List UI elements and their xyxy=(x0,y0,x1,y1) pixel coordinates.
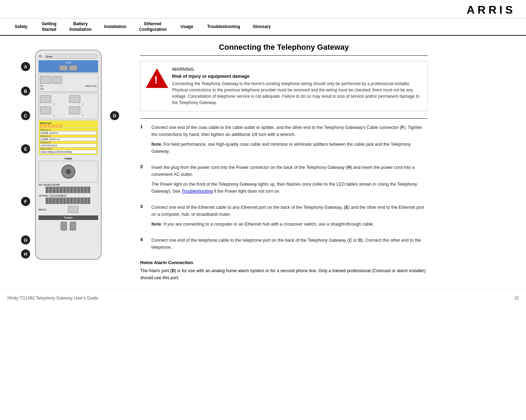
warning-icon: ! xyxy=(146,67,167,88)
label-a: A xyxy=(21,62,30,71)
reset-area: Reset xyxy=(39,54,98,59)
arris-logo: ARRIS xyxy=(466,4,515,16)
device-body: Reset USB xyxy=(35,50,102,260)
tel-section: Tel Alarm/Tel2 Tel xyxy=(39,74,98,92)
troubleshooting-link[interactable]: Troubleshooting xyxy=(182,189,213,194)
home-alarm-section: Home Alarm Connection The Alarm port (D)… xyxy=(140,260,428,281)
nav-installation[interactable]: Installation xyxy=(98,19,132,35)
nav-battery-installation[interactable]: BatteryInstallation xyxy=(63,19,98,35)
ethernet-card-title: Ethernet xyxy=(40,122,97,125)
usb-port-1 xyxy=(59,65,68,71)
step-4-num: 4 xyxy=(140,237,147,254)
nav-safety[interactable]: Safety xyxy=(7,19,35,35)
cm-mac-label: CM MAC: D1C013A0B2C xyxy=(39,194,98,197)
reset-button: Reset xyxy=(44,54,98,59)
usb-label: USB xyxy=(39,61,97,64)
usb-ports xyxy=(39,65,97,71)
tel-port-1 xyxy=(40,76,50,84)
ethernet-port-grid: 1 2 3 4 xyxy=(40,95,97,117)
power-ports xyxy=(39,222,98,230)
cable-port xyxy=(61,165,75,179)
label-g: G xyxy=(21,235,30,245)
network1-value: HOME-XXXX-5 xyxy=(40,131,97,135)
eth-port-3 xyxy=(40,106,51,114)
reset-label: Reset xyxy=(46,55,52,58)
step-3-text: Connect one end of the Ethernet cable to… xyxy=(151,204,428,218)
page-header: ARRIS xyxy=(0,0,526,19)
moca-port xyxy=(68,206,78,213)
help-value: www.xfinity.com/Internethelp xyxy=(40,150,97,154)
label-c: C xyxy=(21,111,30,120)
tel-port-2 xyxy=(52,76,62,84)
step-3-note: Note: If you are connecting to a compute… xyxy=(151,221,428,228)
page-title: Connecting the Telephony Gateway xyxy=(140,43,428,56)
label-d: D xyxy=(110,111,119,120)
alarm-tel2-label: Alarm/Tel2 xyxy=(85,85,97,87)
nav-getting-started[interactable]: GettingStarted xyxy=(35,19,63,35)
nav-troubleshooting[interactable]: Troubleshooting xyxy=(201,19,246,35)
ethernet-ports-section: 1 2 3 4 xyxy=(39,93,98,119)
steps-section: 1 Connect one end of the coax cable to t… xyxy=(140,118,428,281)
step-1-num: 1 xyxy=(140,124,147,158)
cable-label: Cable xyxy=(39,157,98,160)
nav-ethernet-configuration[interactable]: EthernetConfiguration xyxy=(133,19,173,35)
eth-port-4 xyxy=(69,106,80,114)
usb-section: USB xyxy=(39,60,98,73)
device-container: A B C D E F G H Reset xyxy=(21,50,119,260)
network1-label: Network 1 xyxy=(40,129,97,131)
eth-port-4-num: 4 xyxy=(69,114,97,117)
label-h: H xyxy=(21,249,30,259)
footer-guide-title: Xfinity TG1682 Telephony Gateway User's … xyxy=(7,296,98,301)
step-4-text: Connect one end of the telephone cable t… xyxy=(151,237,428,251)
step-1: 1 Connect one end of the coax cable to t… xyxy=(140,124,428,158)
network2-label: Network 2 xyxy=(40,135,97,137)
home-alarm-text: The Alarm port (D) is for use with an an… xyxy=(140,267,428,281)
step-4: 4 Connect one end of the telephone cable… xyxy=(140,237,428,254)
nav-glossary[interactable]: Glossary xyxy=(246,19,277,35)
ethernet-wifi-icons: 📶 📶 📶 📶 📶 📶 xyxy=(40,125,97,128)
moca-label: MoCA xyxy=(39,208,46,211)
eth-port-3-num: 3 xyxy=(40,114,68,117)
sn-label: SN: 0A1B2C3D456 xyxy=(39,184,98,186)
step-3-content: Connect one end of the Ethernet cable to… xyxy=(151,204,428,230)
step-2-text: Insert the plug from the power cord into… xyxy=(151,164,428,178)
step-4-content: Connect one end of the telephone cable t… xyxy=(151,237,428,254)
warning-heading: WARNING xyxy=(172,67,422,72)
cm-mac-barcode xyxy=(46,197,91,204)
eth-port-2 xyxy=(69,95,80,103)
step-1-content: Connect one end of the coax cable to the… xyxy=(151,124,428,158)
step-2: 2 Insert the plug from the power cord in… xyxy=(140,164,428,198)
cable-port-inner xyxy=(66,169,71,174)
help-label: Need help? xyxy=(40,147,97,150)
home-alarm-heading: Home Alarm Connection xyxy=(140,260,428,265)
tel-label: Tel xyxy=(40,85,43,87)
device-panel: A B C D E F G H Reset xyxy=(11,43,130,281)
main-content: A B C D E F G H Reset xyxy=(0,36,526,288)
password-value: XXXXXXXXXX xyxy=(40,144,97,147)
content-panel: Connecting the Telephony Gateway ! WARNI… xyxy=(140,43,428,281)
warning-box: ! WARNING Risk of injury or equipment da… xyxy=(140,61,428,111)
cm-mac-barcode-area: CM MAC: D1C013A0B2C xyxy=(39,194,98,204)
step-2-note: The Power light on the front of the Tele… xyxy=(151,181,428,195)
label-e: E xyxy=(21,144,30,153)
tel-labels: Tel Alarm/Tel2 xyxy=(40,85,97,87)
power-port-1 xyxy=(61,222,67,230)
eth-port-4-container: 4 xyxy=(69,106,97,117)
tel-bottom-label: Tel xyxy=(40,87,97,90)
navigation-bar: Safety GettingStarted BatteryInstallatio… xyxy=(0,19,526,36)
label-b: B xyxy=(21,87,30,96)
network2-value: HOME-XXXX-2.4 xyxy=(40,137,97,141)
warning-content: WARNING Risk of injury or equipment dama… xyxy=(172,67,422,106)
power-port-2 xyxy=(70,222,76,230)
step-2-num: 2 xyxy=(140,164,147,198)
eth-port-2-container: 2 xyxy=(69,95,97,105)
eth-port-1 xyxy=(40,95,51,103)
cable-section xyxy=(39,161,98,183)
footer-page-number: 22 xyxy=(514,296,519,301)
eth-port-1-num: 1 xyxy=(40,103,68,105)
eth-port-3-container: 3 xyxy=(40,106,68,117)
sn-barcode xyxy=(46,186,91,193)
password-label: Password xyxy=(40,141,97,144)
nav-usage[interactable]: Usage xyxy=(173,19,201,35)
label-f: F xyxy=(21,197,30,206)
